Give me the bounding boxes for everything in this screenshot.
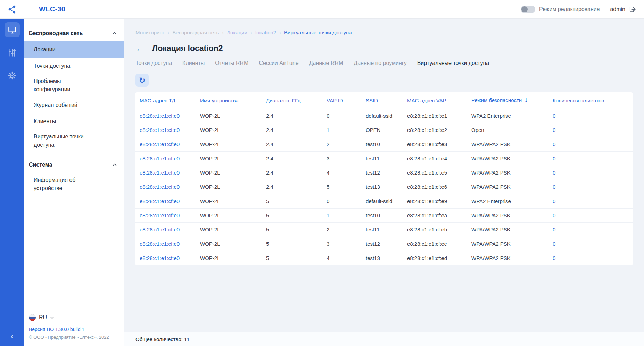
cell-band: 2.4 <box>262 151 322 166</box>
collapse-sidebar-button[interactable]: ‹ <box>10 331 14 340</box>
column-header[interactable]: Имя устройства <box>196 92 262 109</box>
edit-mode-toggle[interactable] <box>521 6 535 13</box>
tab[interactable]: Виртуальные точки доступа <box>417 60 489 69</box>
logout-icon[interactable] <box>629 6 636 13</box>
table-row: e8:28:c1:e1:cf:e0WOP-2L2.45test13e8:28:c… <box>135 180 633 194</box>
cell-mac-ap[interactable]: e8:28:c1:e1:cf:e0 <box>135 123 196 137</box>
chevron-down-icon <box>50 316 54 319</box>
cell-mac-ap[interactable]: e8:28:c1:e1:cf:e0 <box>135 137 196 151</box>
vap-table: MAC-адрес ТДИмя устройстваДиапазон, ГГцV… <box>135 92 633 265</box>
cell-clients[interactable]: 0 <box>548 194 633 208</box>
tab[interactable]: Клиенты <box>182 60 205 69</box>
cell-mac-ap[interactable]: e8:28:c1:e1:cf:e0 <box>135 166 196 180</box>
sidebar-bottom: RU Версия ПО 1.30.0 build 1 © ООО «Предп… <box>24 314 124 346</box>
table-card: MAC-адрес ТДИмя устройстваДиапазон, ГГцV… <box>135 92 633 265</box>
sidebar-item[interactable]: Проблемы конфигурации <box>24 74 124 97</box>
sidebar-item-label: Локации <box>34 45 56 54</box>
username: admin <box>610 6 625 12</box>
cell-clients[interactable]: 0 <box>548 109 633 123</box>
rail-item-monitoring[interactable] <box>5 22 20 37</box>
cell-vap-id: 5 <box>322 180 362 194</box>
cell-device-name: WOP-2L <box>196 208 262 222</box>
cell-vap-id: 4 <box>322 166 362 180</box>
column-header[interactable]: Количество клиентов <box>548 92 633 109</box>
language-label: RU <box>39 314 47 321</box>
copyright: © ООО «Предприятие «Элтекс», 2022 <box>29 335 119 340</box>
sidebar-section-header[interactable]: Беспроводная сеть <box>24 25 124 41</box>
cell-clients[interactable]: 0 <box>548 237 633 251</box>
breadcrumb-item[interactable]: Виртуальные точки доступа <box>284 29 352 35</box>
sidebar-item[interactable]: Локации <box>24 41 124 58</box>
tab[interactable]: Данные RRM <box>309 60 344 69</box>
sort-desc-icon: ↓ <box>524 97 528 103</box>
cell-mac-vap: e8:28:c1:e1:cf:ec <box>403 237 467 251</box>
cell-mac-vap: e8:28:c1:e1:cf:e5 <box>403 166 467 180</box>
breadcrumb-item[interactable]: Локации <box>227 29 247 35</box>
sidebar-item[interactable]: Виртуальные точки доступа <box>24 129 124 152</box>
cell-mac-vap: e8:28:c1:e1:cf:e2 <box>403 123 467 137</box>
breadcrumb-item[interactable]: Беспроводная сеть <box>172 29 219 35</box>
tab[interactable]: Точки доступа <box>135 60 172 69</box>
back-button[interactable]: ← <box>135 44 145 53</box>
sidebar-section-header[interactable]: Система <box>24 157 124 173</box>
cell-mac-ap[interactable]: e8:28:c1:e1:cf:e0 <box>135 194 196 208</box>
cell-clients[interactable]: 0 <box>548 251 633 265</box>
cell-mac-ap[interactable]: e8:28:c1:e1:cf:e0 <box>135 251 196 265</box>
edit-mode-label: Режим редактирования <box>539 6 600 12</box>
gear-icon <box>8 71 17 80</box>
sidebar-section-label: Беспроводная сеть <box>29 30 83 36</box>
sidebar-item[interactable]: Точки доступа <box>24 58 124 74</box>
cell-mac-ap[interactable]: e8:28:c1:e1:cf:e0 <box>135 208 196 222</box>
sidebar-item[interactable]: Журнал событий <box>24 97 124 113</box>
cell-clients[interactable]: 0 <box>548 208 633 222</box>
cell-mac-ap[interactable]: e8:28:c1:e1:cf:e0 <box>135 151 196 166</box>
cell-device-name: WOP-2L <box>196 237 262 251</box>
tab[interactable]: Отчеты RRM <box>215 60 248 69</box>
rail-item-configuration[interactable] <box>5 45 20 60</box>
breadcrumb-item[interactable]: Мониторинг <box>135 29 164 35</box>
column-header[interactable]: Режим безопасности↓ <box>467 92 548 109</box>
cell-clients[interactable]: 0 <box>548 123 633 137</box>
cell-clients[interactable]: 0 <box>548 166 633 180</box>
column-header[interactable]: VAP ID <box>322 92 362 109</box>
app-title: WLC-30 <box>39 5 65 13</box>
table-row: e8:28:c1:e1:cf:e0WOP-2L2.44test12e8:28:c… <box>135 166 633 180</box>
refresh-button[interactable]: ↻ <box>135 74 149 87</box>
cell-mac-vap: e8:28:c1:e1:cf:ed <box>403 251 467 265</box>
cell-clients[interactable]: 0 <box>548 222 633 237</box>
cell-clients[interactable]: 0 <box>548 137 633 151</box>
cell-band: 2.4 <box>262 109 322 123</box>
cell-device-name: WOP-2L <box>196 166 262 180</box>
tab[interactable]: Сессии AirTune <box>259 60 298 69</box>
chevron-up-icon <box>113 163 117 166</box>
sidebar-item[interactable]: Информация об устройстве <box>24 173 124 196</box>
cell-security: WPA2 Enterprise <box>467 109 548 123</box>
cell-mac-ap[interactable]: e8:28:c1:e1:cf:e0 <box>135 180 196 194</box>
cell-clients[interactable]: 0 <box>548 151 633 166</box>
table-row: e8:28:c1:e1:cf:e0WOP-2L2.40default-sside… <box>135 109 633 123</box>
column-header[interactable]: MAC-адрес ТД <box>135 92 196 109</box>
tab[interactable]: Данные по роумингу <box>354 60 406 69</box>
rail-item-settings[interactable] <box>5 68 20 83</box>
cell-mac-ap[interactable]: e8:28:c1:e1:cf:e0 <box>135 109 196 123</box>
breadcrumb-item[interactable]: location2 <box>255 29 276 35</box>
cell-mac-ap[interactable]: e8:28:c1:e1:cf:e0 <box>135 237 196 251</box>
column-header[interactable]: MAC-адрес VAP <box>403 92 467 109</box>
column-header[interactable]: SSID <box>362 92 403 109</box>
table-row: e8:28:c1:e1:cf:e0WOP-2L50default-sside8:… <box>135 194 633 208</box>
column-header[interactable]: Диапазон, ГГц <box>262 92 322 109</box>
cell-mac-vap: e8:28:c1:e1:cf:e4 <box>403 151 467 166</box>
firmware-version-link[interactable]: Версия ПО 1.30.0 build 1 <box>29 327 119 332</box>
title-row: ← Локация location2 <box>135 44 633 53</box>
cell-clients[interactable]: 0 <box>548 180 633 194</box>
cell-vap-id: 3 <box>322 237 362 251</box>
cell-ssid: test12 <box>362 237 403 251</box>
cell-vap-id: 2 <box>322 137 362 151</box>
cell-band: 2.4 <box>262 180 322 194</box>
cell-band: 5 <box>262 194 322 208</box>
cell-device-name: WOP-2L <box>196 137 262 151</box>
sidebar-item[interactable]: Клиенты <box>24 113 124 129</box>
cell-mac-ap[interactable]: e8:28:c1:e1:cf:e0 <box>135 222 196 237</box>
language-selector[interactable]: RU <box>29 314 54 321</box>
cell-band: 2.4 <box>262 123 322 137</box>
